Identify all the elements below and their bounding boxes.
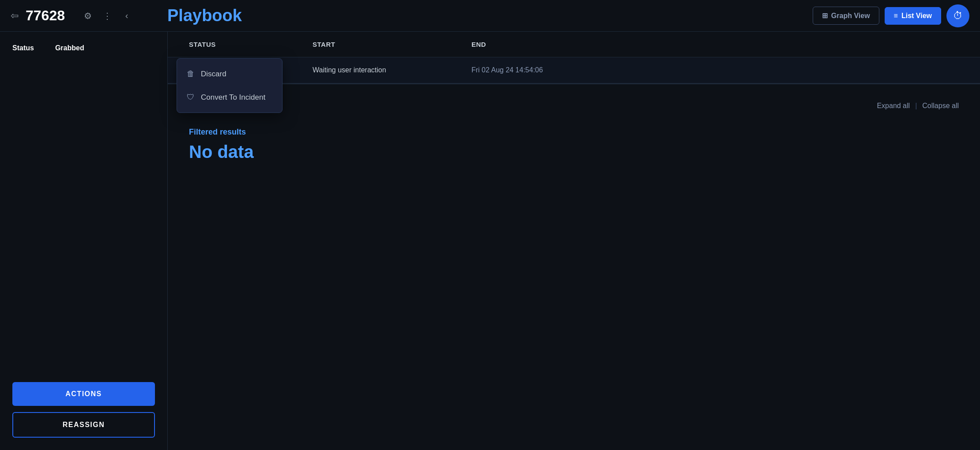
case-id: 77628 [26, 8, 65, 24]
sidebar-meta: Status Grabbed [0, 44, 167, 52]
graph-view-icon: ⊞ [822, 11, 828, 20]
discard-icon: 🗑 [187, 69, 195, 79]
main-layout: Status Grabbed 🗑 Discard 🛡 Convert To In… [0, 32, 980, 450]
context-menu: 🗑 Discard 🛡 Convert To Incident [177, 58, 283, 113]
collapse-all-link[interactable]: Collapse all [922, 102, 959, 110]
row-start: Fri 02 Aug 24 14:54:06 [464, 57, 623, 83]
row-end [623, 57, 966, 83]
table-row: ...nual Waiting user interaction Fri 02 … [168, 57, 980, 83]
top-bar-left: ⇦ 77628 ⚙ ⋮ ‹ Playbook [11, 6, 242, 25]
clock-icon: ⏱ [953, 10, 963, 22]
col-header-start: START [305, 32, 464, 57]
convert-label: Convert To Incident [201, 93, 265, 102]
reassign-button[interactable]: REASSIGN [12, 412, 155, 438]
row-status: Waiting user interaction [305, 57, 464, 83]
table-header: STATUS START END [168, 32, 980, 57]
page-title: Playbook [167, 6, 242, 25]
expand-collapse-bar: Expand all | Collapse all [168, 84, 980, 110]
sidebar-bottom: ACTIONS REASSIGN [0, 382, 167, 438]
top-bar: ⇦ 77628 ⚙ ⋮ ‹ Playbook ⊞ Graph View ≡ Li… [0, 0, 980, 32]
discard-label: Discard [201, 70, 226, 79]
expand-all-link[interactable]: Expand all [877, 102, 910, 110]
back-icon[interactable]: ⇦ [11, 10, 19, 22]
convert-to-incident-menu-item[interactable]: 🛡 Convert To Incident [177, 86, 282, 109]
list-view-icon: ≡ [894, 12, 898, 20]
actions-button[interactable]: ACTIONS [12, 382, 155, 406]
col-header-end: END [464, 32, 623, 57]
content-area: STATUS START END ...nual Waiting user in… [168, 32, 980, 450]
filtered-results-label: Filtered results [189, 128, 959, 137]
list-view-label: List View [901, 12, 932, 20]
col-header-status: STATUS [182, 32, 305, 57]
settings-icon[interactable]: ⚙ [81, 9, 95, 23]
discard-menu-item[interactable]: 🗑 Discard [177, 62, 282, 86]
no-data-label: No data [189, 142, 959, 162]
top-bar-right: ⊞ Graph View ≡ List View ⏱ [813, 4, 969, 27]
separator: | [915, 102, 917, 110]
graph-view-label: Graph View [831, 12, 870, 20]
clock-button[interactable]: ⏱ [946, 4, 969, 27]
grabbed-label: Grabbed [55, 44, 84, 52]
chevron-left-icon[interactable]: ‹ [120, 9, 134, 23]
table-section: STATUS START END ...nual Waiting user in… [168, 32, 980, 84]
sidebar: Status Grabbed 🗑 Discard 🛡 Convert To In… [0, 32, 168, 450]
more-options-icon[interactable]: ⋮ [100, 9, 114, 23]
status-meta: Status [12, 44, 34, 52]
list-view-button[interactable]: ≡ List View [885, 7, 941, 25]
filtered-section: Filtered results No data [168, 110, 980, 180]
status-label: Status [12, 44, 34, 52]
top-bar-icons: ⚙ ⋮ ‹ [81, 9, 134, 23]
convert-icon: 🛡 [187, 93, 195, 102]
grabbed-meta: Grabbed [55, 44, 84, 52]
graph-view-button[interactable]: ⊞ Graph View [813, 7, 879, 25]
